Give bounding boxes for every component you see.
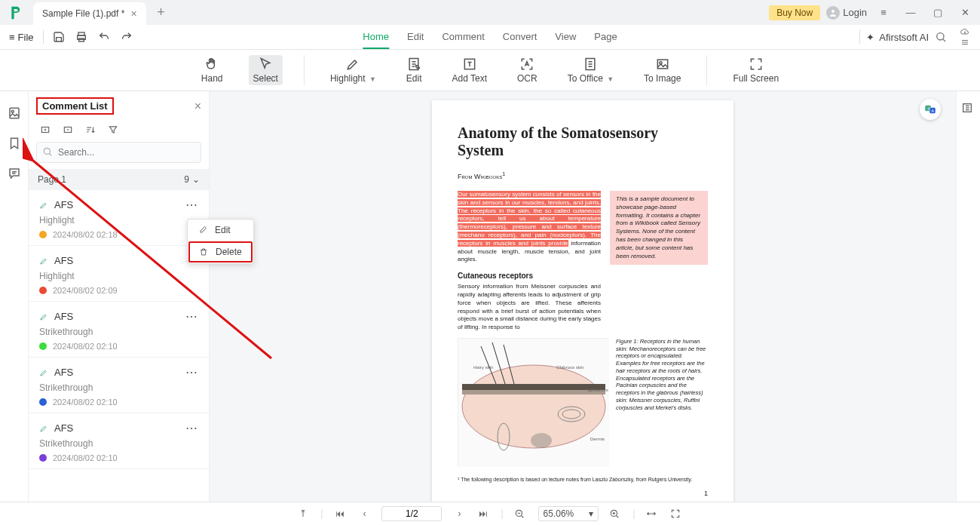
last-page-icon[interactable]: ⏭ — [476, 508, 490, 519]
context-edit[interactable]: Edit — [188, 220, 253, 241]
close-tab-icon[interactable]: × — [130, 8, 136, 20]
comment-date: 2024/08/02 02:09 — [53, 286, 118, 295]
tab-page[interactable]: Page — [594, 26, 617, 49]
tool-to-image[interactable]: To Image — [639, 55, 685, 85]
close-window-icon[interactable]: ✕ — [954, 2, 975, 23]
svg-text:文: 文 — [927, 106, 931, 111]
tool-full-screen[interactable]: Full Screen — [728, 55, 783, 85]
redo-icon[interactable] — [121, 31, 133, 43]
close-sidebar-icon[interactable]: × — [194, 100, 201, 113]
thumbnails-icon[interactable] — [6, 105, 23, 121]
comment-type: Strikethrough — [39, 438, 198, 449]
svg-text:Hairy skin: Hairy skin — [473, 365, 493, 370]
page-label: Page 1 — [38, 174, 66, 185]
search-icon[interactable] — [935, 31, 947, 43]
doc-paragraph: Our somatosensory system consists of sen… — [458, 191, 601, 264]
add-text-icon — [462, 57, 477, 72]
comment-date: 2024/08/02 02:10 — [53, 342, 118, 351]
comment-more-icon[interactable]: ⋯ — [185, 198, 198, 212]
list-icon[interactable] — [959, 38, 971, 47]
hamburger-icon[interactable]: ≡ — [873, 2, 894, 23]
next-page-icon[interactable]: › — [452, 508, 466, 519]
trash-icon — [199, 247, 210, 256]
new-tab-button[interactable]: + — [152, 4, 170, 22]
comment-search-input[interactable] — [36, 142, 201, 163]
tab-edit[interactable]: Edit — [407, 26, 424, 49]
tab-view[interactable]: View — [555, 26, 576, 49]
prev-page-icon[interactable]: ‹ — [357, 508, 371, 519]
context-delete[interactable]: Delete — [188, 241, 253, 262]
buy-now-button[interactable]: Buy Now — [769, 5, 820, 20]
tool-highlight[interactable]: Highlight ▼ — [326, 55, 381, 85]
color-dot — [39, 454, 47, 462]
ai-button[interactable]: ✦ Afirstsoft AI — [866, 32, 929, 43]
minimize-icon[interactable]: — — [900, 2, 921, 23]
svg-text:Glabrous skin: Glabrous skin — [556, 365, 584, 370]
divider — [706, 55, 707, 85]
comment-item[interactable]: AFS⋯Strikethrough2024/08/02 02:10 — [29, 302, 209, 358]
zoom-out-icon[interactable] — [514, 508, 528, 519]
undo-icon[interactable] — [98, 31, 110, 43]
page-group-header[interactable]: Page 1 9 ⌄ — [29, 169, 209, 190]
translate-badge[interactable]: 文A — [920, 99, 941, 120]
login-button[interactable]: Login — [826, 6, 867, 20]
expand-all-icon[interactable] — [39, 124, 51, 136]
tool-edit[interactable]: Edit — [402, 55, 427, 85]
highlight-icon — [345, 57, 360, 72]
comment-more-icon[interactable]: ⋯ — [185, 309, 198, 324]
doc-page-number: 1 — [458, 490, 708, 497]
tool-select[interactable]: Select — [249, 55, 283, 85]
color-dot — [39, 342, 47, 350]
collapse-all-icon[interactable] — [62, 124, 74, 136]
bookmarks-icon[interactable] — [6, 135, 23, 152]
doc-figure: Hairy skin Glabrous skin Epidermis Dermi… — [458, 338, 608, 466]
doc-paragraph: Sensory information from Meissner corpus… — [458, 283, 601, 332]
fit-width-icon[interactable] — [646, 508, 660, 519]
print-icon[interactable] — [75, 31, 87, 43]
tab-comment[interactable]: Comment — [442, 26, 484, 49]
svg-rect-33 — [462, 390, 605, 395]
comment-item[interactable]: AFS⋯Strikethrough2024/08/02 02:10 — [29, 413, 209, 469]
hamburger-small-icon: ≡ — [9, 32, 15, 43]
tool-ocr[interactable]: OCR — [513, 55, 542, 85]
tab-home[interactable]: Home — [363, 26, 389, 49]
save-icon[interactable] — [53, 31, 65, 43]
search-icon — [42, 146, 53, 157]
cloud-upload-icon[interactable] — [959, 27, 971, 36]
file-menu[interactable]: ≡ File — [9, 32, 34, 43]
page-input[interactable] — [381, 506, 442, 521]
doc-note-box: This is a sample document to showcase pa… — [610, 191, 708, 265]
zoom-select[interactable]: 65.06%▾ — [538, 506, 599, 521]
annotation-type-icon — [39, 368, 50, 377]
tab-convert[interactable]: Convert — [503, 26, 537, 49]
comments-panel-icon[interactable] — [6, 165, 23, 182]
edit-icon — [198, 226, 209, 235]
fit-page-icon[interactable] — [670, 508, 684, 519]
properties-panel-icon[interactable] — [961, 102, 976, 117]
comment-author: AFS — [54, 255, 73, 266]
doc-figure-caption: Figure 1: Receptors in the human skin: M… — [616, 338, 706, 466]
first-page-icon[interactable]: ⏮ — [333, 508, 347, 519]
svg-line-56 — [616, 515, 618, 517]
tool-to-office[interactable]: To Office ▼ — [563, 55, 618, 85]
svg-text:Epidermis: Epidermis — [588, 388, 608, 392]
comment-type: Highlight — [39, 271, 198, 281]
sort-icon[interactable] — [84, 124, 96, 136]
comment-item[interactable]: AFS⋯Highlight2024/08/02 02:09 — [29, 246, 209, 302]
comment-more-icon[interactable]: ⋯ — [185, 365, 198, 379]
tool-hand[interactable]: Hand — [197, 55, 228, 85]
sparkle-icon: ✦ — [866, 32, 874, 43]
svg-text:A: A — [932, 109, 935, 113]
comment-more-icon[interactable]: ⋯ — [185, 421, 198, 435]
comment-item[interactable]: AFS⋯Highlight2024/08/02 02:18 — [29, 190, 209, 246]
color-dot — [39, 231, 47, 238]
maximize-icon[interactable]: ▢ — [927, 2, 948, 23]
doc-heading: Cutaneous receptors — [458, 272, 601, 280]
zoom-in-icon[interactable] — [609, 508, 623, 519]
user-avatar-icon — [826, 6, 840, 20]
scroll-up-icon[interactable]: ⤒ — [296, 508, 310, 519]
comment-item[interactable]: AFS⋯Strikethrough2024/08/02 02:10 — [29, 358, 209, 413]
filter-icon[interactable] — [107, 124, 119, 136]
tool-add-text[interactable]: Add Text — [448, 55, 492, 85]
document-tab[interactable]: Sample File (1).pdf * × — [33, 2, 146, 25]
